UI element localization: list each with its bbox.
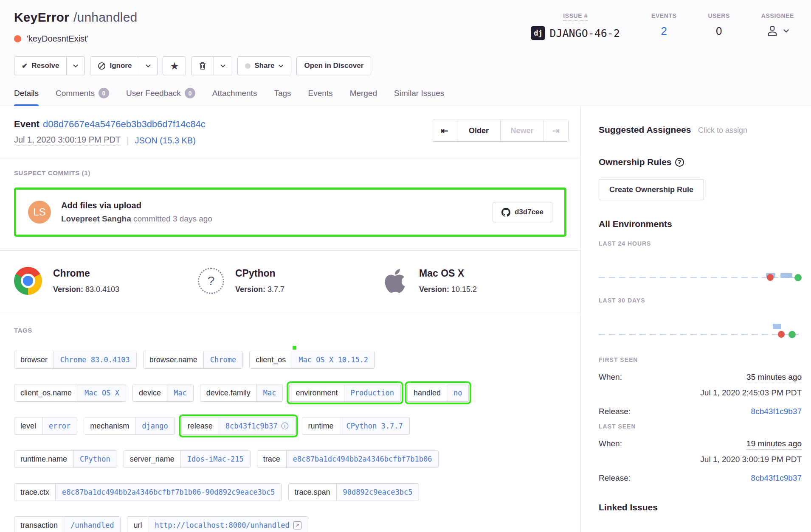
tag-value-link[interactable]: Production: [344, 384, 400, 401]
delete-dropdown-button[interactable]: [214, 57, 232, 75]
help-question-icon[interactable]: ?: [675, 158, 684, 167]
chart-baseline: [599, 334, 802, 335]
ignore-dropdown-button[interactable]: [139, 57, 157, 75]
last-24-hours-label: LAST 24 HOURS: [599, 240, 802, 247]
tag-key: trace: [257, 451, 287, 468]
share-button[interactable]: Share: [238, 57, 291, 75]
star-button[interactable]: ★: [163, 57, 186, 75]
unknown-runtime-icon: ?: [198, 268, 224, 294]
sentry-issue-page: KeyError/unhandled 'keyDoesntExist' ISSU…: [0, 0, 811, 532]
stat-users: USERS 0: [708, 12, 730, 44]
json-download-link[interactable]: JSON (15.3 KB): [135, 136, 195, 146]
last-seen-heading: LAST SEEN: [599, 423, 802, 430]
tab[interactable]: Similar Issues: [394, 88, 444, 106]
tag-value-text: Idos-iMac-215: [187, 455, 244, 463]
last-seen-marker-icon[interactable]: [788, 331, 796, 338]
meta-separator: |: [127, 136, 129, 146]
tag-value-link[interactable]: no: [447, 384, 468, 401]
tag-value-link[interactable]: /unhandled: [64, 517, 120, 532]
trash-icon: [199, 62, 206, 70]
first-seen-marker-icon[interactable]: [767, 274, 774, 281]
version-value: 83.0.4103: [85, 285, 119, 294]
open-in-discover-button[interactable]: Open in Discover: [297, 57, 371, 75]
tag-value-link[interactable]: django: [135, 417, 174, 434]
last-seen-release-link[interactable]: 8cb43f1c9b37: [751, 473, 802, 483]
tag-key: browser: [14, 351, 54, 368]
ownership-rules-title: Ownership Rules: [599, 157, 672, 167]
version-value: 10.15.2: [451, 285, 477, 294]
tag-value-link[interactable]: Mac OS X: [78, 384, 126, 401]
context-browser: Chrome Version: 83.0.4103: [14, 267, 198, 295]
tag-value-link[interactable]: Mac OS X 10.15.2: [292, 351, 375, 368]
share-status-icon: [245, 63, 251, 69]
tab[interactable]: Events: [308, 88, 333, 106]
assignee-selector[interactable]: [761, 25, 794, 37]
tag-value-link[interactable]: error: [42, 417, 77, 434]
issue-number-value[interactable]: DJANGO-46-2: [549, 27, 620, 39]
tag-pill: handled no: [407, 384, 469, 402]
tag-value-link[interactable]: Idos-iMac-215: [181, 451, 250, 468]
tag-value-link[interactable]: 90d892c9eace3bc5: [337, 484, 419, 501]
tab[interactable]: Comments 0: [56, 88, 109, 106]
older-event-button[interactable]: Older: [457, 120, 500, 141]
tab[interactable]: Attachments: [212, 88, 257, 106]
issue-tabs: Details Comments 0 User Feedback 0 Attac…: [0, 88, 811, 106]
tag-pill: client_os Mac OS X 10.15.2: [249, 351, 375, 369]
first-seen-heading: FIRST SEEN: [599, 356, 802, 363]
issue-number-label: ISSUE #: [563, 12, 588, 21]
tag-value-link[interactable]: Chrome: [204, 351, 242, 368]
when-label: When:: [599, 439, 622, 448]
delete-button[interactable]: [191, 57, 214, 75]
first-seen-release-link[interactable]: 8cb43f1c9b37: [751, 407, 802, 416]
jump-to-oldest-button[interactable]: ⇤: [432, 120, 457, 141]
tag-value-link[interactable]: CPython: [73, 451, 117, 468]
tag-pill: level error: [14, 417, 77, 435]
version-label: Version:: [419, 285, 449, 294]
first-seen-marker-icon[interactable]: [778, 331, 785, 338]
first-seen-relative: 35 minutes ago: [746, 372, 802, 383]
ignore-button[interactable]: Ignore: [90, 57, 139, 75]
release-label: Release:: [599, 407, 631, 416]
last-seen-marker-icon[interactable]: [794, 274, 802, 281]
last-30-days-chart: [599, 304, 802, 339]
ownership-rules: Ownership Rules? Create Ownership Rule: [599, 157, 802, 200]
tab-count-badge: 0: [185, 88, 195, 98]
tag-value-link[interactable]: Mac: [257, 384, 283, 401]
commit-sha-button[interactable]: d3d7cee: [493, 202, 552, 222]
newer-event-button[interactable]: Newer: [500, 120, 543, 141]
resolve-button[interactable]: ✔Resolve: [14, 57, 66, 75]
tab-label: Merged: [350, 89, 377, 98]
tag-value-link[interactable]: Mac: [167, 384, 193, 401]
tab[interactable]: Merged: [350, 88, 377, 106]
info-icon[interactable]: ⓘ: [282, 421, 289, 431]
event-id-link[interactable]: d08d7667e4a5476eb3b3db6d7f14c84c: [43, 119, 206, 129]
events-count[interactable]: 2: [651, 25, 677, 38]
users-count[interactable]: 0: [708, 25, 730, 38]
tag-value-link[interactable]: CPython 3.7.7: [340, 417, 409, 434]
tag-key: trace.span: [289, 484, 337, 501]
tag-value-link[interactable]: e8c87ba1dc494bb2a4346bcfbf7b1b06: [287, 451, 439, 468]
tab-label: Events: [308, 89, 333, 98]
tag-value-text: no: [453, 389, 462, 397]
tag-pill: mechanism django: [84, 417, 175, 435]
issue-header: KeyError/unhandled 'keyDoesntExist' ISSU…: [0, 0, 811, 106]
sidebar: Suggested Assignees Click to assign Owne…: [581, 106, 811, 532]
resolve-dropdown-button[interactable]: [66, 57, 84, 75]
jump-to-newest-button[interactable]: ⇥: [543, 120, 568, 141]
tab[interactable]: Tags: [274, 88, 291, 106]
all-environments-title: All Environments: [599, 219, 672, 229]
tag-value-link[interactable]: 8cb43f1c9b37 ⓘ: [219, 417, 295, 434]
tab[interactable]: Details: [14, 88, 39, 106]
external-link-icon[interactable]: ↗: [293, 521, 301, 529]
tag-pill: browser Chrome 83.0.4103: [14, 351, 137, 369]
star-icon: ★: [170, 62, 178, 70]
tab[interactable]: User Feedback 0: [126, 88, 195, 106]
tag-value-text: error: [49, 422, 70, 430]
tag-value-link[interactable]: e8c87ba1dc494bb2a4346bcfbf7b1b06-90d892c…: [56, 484, 282, 501]
chevron-down-icon: [73, 64, 79, 68]
suggested-assignees-title: Suggested Assignees: [599, 125, 691, 134]
tab-label: User Feedback: [126, 89, 181, 98]
tag-value-link[interactable]: http://localhost:8000/unhandled ↗: [148, 517, 307, 532]
create-ownership-rule-button[interactable]: Create Ownership Rule: [599, 179, 704, 200]
tag-value-link[interactable]: Chrome 83.0.4103: [54, 351, 136, 368]
